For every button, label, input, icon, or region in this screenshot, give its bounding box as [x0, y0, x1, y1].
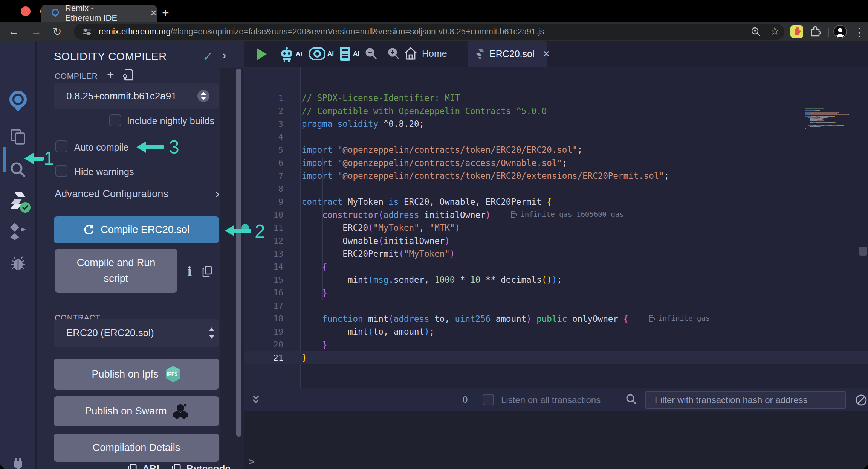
tab-close-icon[interactable]: ✕ [150, 8, 157, 18]
url-domain: remix.ethereum.org [99, 27, 171, 37]
compilation-details-button[interactable]: Compilation Details [54, 434, 219, 462]
code-line[interactable]: 8 [244, 182, 868, 195]
code-line[interactable]: 9contract MyToken is ERC20, Ownable, ERC… [244, 195, 868, 209]
minimap-line [825, 122, 827, 123]
zoom-page-icon[interactable] [750, 26, 761, 37]
terminal-search-icon[interactable] [625, 393, 637, 405]
menu-dots-icon[interactable]: ⋮ [854, 26, 865, 39]
code-line[interactable]: 5import "@openzeppelin/contracts/token/E… [244, 143, 868, 157]
advanced-config-chevron-icon[interactable]: › [215, 187, 220, 201]
minimap-line [844, 125, 844, 126]
traffic-light-close[interactable] [21, 6, 31, 16]
code-line[interactable]: 21} [244, 351, 868, 364]
back-icon[interactable]: ← [8, 26, 19, 38]
code-line[interactable]: 13 ERC20Permit("MyToken") [244, 247, 868, 260]
bytecode-button[interactable]: Bytecode [186, 463, 231, 469]
code-line[interactable]: 1// SPDX-License-Identifier: MIT [244, 91, 868, 105]
extension-hand-icon[interactable] [790, 25, 804, 38]
file-explorer-icon[interactable] [0, 128, 36, 145]
zoom-out-icon[interactable] [365, 47, 377, 60]
panel-collapse-icon[interactable]: › [222, 48, 226, 62]
code-line[interactable]: 4 [244, 130, 868, 143]
code-line[interactable]: 20 } [244, 338, 868, 351]
ai-robot-button[interactable]: AI [280, 47, 302, 62]
panel-title: SOLIDITY COMPILER [54, 50, 167, 63]
ai-vision-button[interactable]: AI [309, 47, 334, 60]
ai-docs-button[interactable]: AI [339, 46, 359, 61]
add-compiler-icon[interactable]: + [107, 68, 114, 82]
auto-compile-label: Auto compile [74, 142, 129, 153]
clear-console-icon[interactable] [855, 394, 867, 406]
plugin-manager-icon[interactable] [0, 455, 36, 469]
toolbar-divider: | [827, 26, 830, 38]
profile-avatar[interactable] [833, 25, 847, 38]
code-text: } [302, 288, 327, 298]
code-line[interactable]: 6import "@openzeppelin/contracts/access/… [244, 156, 868, 169]
minimap-line [821, 126, 821, 127]
publish-ipfs-button[interactable]: Publish on Ipfs IPFS [54, 359, 219, 390]
copy-bytecode-icon[interactable] [171, 464, 181, 469]
editor-minimap[interactable] [805, 108, 858, 154]
new-tab-button[interactable]: + [162, 6, 169, 20]
deploy-run-icon[interactable] [0, 222, 36, 240]
publish-swarm-button[interactable]: Publish on Swarm [54, 396, 219, 426]
code-text: // Compatible with OpenZeppelin Contract… [302, 106, 547, 116]
expand-terminal-icon[interactable] [250, 394, 261, 406]
contract-sort-arrows-icon [208, 326, 216, 340]
extensions-puzzle-icon[interactable] [809, 25, 821, 37]
copy-abi-icon[interactable] [127, 464, 137, 469]
code-line[interactable]: 15 _mint(msg.sender, 1000 * 10 ** decima… [244, 273, 868, 286]
address-bar[interactable]: remix.ethereum.org/#lang=en&optimize=fal… [74, 24, 784, 40]
editor-tab-bar: AI AI AI Home [244, 41, 868, 67]
license-file-icon[interactable] [122, 69, 133, 81]
compile-button[interactable]: Compile ERC20.sol [54, 216, 219, 243]
contract-select[interactable]: ERC20 (ERC20.sol) [54, 319, 219, 347]
code-line[interactable]: 3pragma solidity ^0.8.20; [244, 117, 868, 131]
run-script-play-icon[interactable] [257, 48, 267, 60]
code-line[interactable]: 17 [244, 299, 868, 312]
advanced-config-label[interactable]: Advanced Configurations [55, 188, 168, 200]
browser-tab[interactable]: Remix - Ethereum IDE ✕ [41, 5, 157, 22]
minimap-line [810, 120, 817, 121]
include-nightly-checkbox[interactable] [109, 114, 121, 126]
minimap-line [828, 125, 832, 126]
code-line[interactable]: 16 } [244, 286, 868, 299]
tab-erc20-sol[interactable]: ERC20.sol ✕ [468, 41, 547, 67]
copy-script-icon[interactable] [202, 266, 212, 277]
minimap-line [836, 122, 836, 123]
transaction-filter-input[interactable]: Filter with transaction hash or address [645, 391, 846, 409]
code-line[interactable]: 7import "@openzeppelin/contracts/token/E… [244, 169, 868, 183]
info-icon[interactable]: i [187, 264, 192, 279]
compiler-version-select[interactable]: 0.8.25+commit.b61c2a91 [54, 83, 219, 109]
file-tab-close-icon[interactable]: ✕ [543, 49, 550, 59]
code-editor[interactable]: 1// SPDX-License-Identifier: MIT2// Comp… [244, 67, 868, 388]
tab-home[interactable]: Home [404, 47, 447, 60]
forward-icon[interactable]: → [31, 26, 41, 38]
code-line[interactable]: 10 constructor(address initialOwner)infi… [244, 208, 868, 221]
remix-logo-icon[interactable] [0, 91, 36, 112]
version-updown-icon[interactable] [197, 90, 210, 102]
solidity-compiler-icon[interactable] [0, 190, 36, 210]
code-line[interactable]: 18 function mint(address to, uint256 amo… [244, 312, 868, 325]
debugger-bug-icon[interactable] [0, 254, 36, 272]
code-line[interactable]: 12 Ownable(initialOwner) [244, 234, 868, 247]
code-line[interactable]: 19 _mint(to, amount); [244, 325, 868, 338]
compilation-details-label: Compilation Details [93, 442, 180, 454]
site-settings-icon[interactable] [82, 27, 92, 37]
panel-scrollbar[interactable] [236, 69, 241, 437]
code-line[interactable]: 14 { [244, 260, 868, 273]
zoom-in-icon[interactable] [387, 47, 400, 60]
auto-compile-checkbox[interactable] [55, 140, 67, 152]
abi-button[interactable]: ABI [142, 463, 159, 469]
bookmark-star-icon[interactable]: ☆ [770, 25, 779, 37]
terminal-output[interactable]: > [244, 411, 868, 469]
reload-icon[interactable]: ↻ [53, 26, 61, 38]
code-line[interactable]: 11 ERC20("MyToken", "MTK") [244, 221, 868, 234]
compile-run-button[interactable]: Compile and Run script [55, 249, 177, 293]
listen-transactions-checkbox[interactable] [483, 394, 494, 405]
code-text: function mint(address to, uint256 amount… [302, 314, 710, 324]
editor-scrollbar-thumb[interactable] [859, 247, 867, 256]
browser-tab-strip: Remix - Ethereum IDE ✕ + [0, 0, 868, 22]
hide-warnings-checkbox[interactable] [55, 165, 67, 177]
code-line[interactable]: 2// Compatible with OpenZeppelin Contrac… [244, 104, 868, 117]
